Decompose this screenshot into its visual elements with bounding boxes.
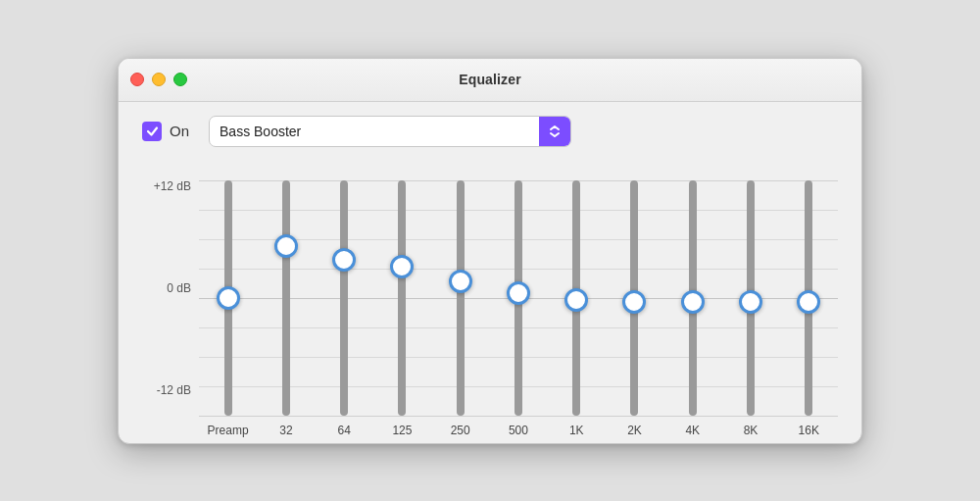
minimize-button[interactable] (152, 73, 166, 86)
slider-col-250: 250 (431, 161, 489, 426)
band-label-250: 250 (451, 424, 470, 437)
top-controls: On Bass Booster (142, 116, 838, 147)
band-label-4K: 4K (685, 424, 700, 437)
sort-arrows-icon (547, 124, 563, 139)
band-label-1K: 1K (569, 424, 584, 437)
slider-thumb-4K[interactable] (681, 290, 705, 314)
band-label-64: 64 (337, 424, 350, 437)
slider-track-16K[interactable] (805, 180, 812, 416)
slider-col-preamp: Preamp (199, 161, 257, 426)
slider-track-1K[interactable] (572, 180, 580, 416)
slider-thumb-500[interactable] (507, 281, 530, 305)
slider-track-8K[interactable] (747, 180, 755, 416)
slider-col-1K: 1K (548, 161, 606, 426)
eq-section: +12 dB 0 dB -12 dB (142, 161, 838, 426)
db-label-plus12: +12 dB (142, 180, 199, 192)
slider-thumb-preamp[interactable] (217, 286, 240, 310)
slider-thumb-32[interactable] (274, 234, 298, 258)
band-label-16K: 16K (799, 424, 819, 437)
slider-track-32[interactable] (282, 180, 290, 416)
on-checkbox-label[interactable]: On (142, 122, 189, 141)
slider-thumb-8K[interactable] (739, 290, 762, 314)
band-label-preamp: Preamp (208, 424, 249, 437)
band-label-500: 500 (509, 424, 528, 437)
maximize-button[interactable] (173, 73, 187, 86)
slider-col-64: 64 (316, 161, 373, 426)
slider-thumb-125[interactable] (390, 255, 414, 278)
slider-col-16K: 16K (780, 161, 838, 426)
slider-track-2K[interactable] (630, 180, 638, 416)
close-button[interactable] (130, 73, 144, 86)
slider-track-4K[interactable] (689, 180, 697, 416)
slider-thumb-16K[interactable] (797, 290, 820, 314)
slider-thumb-1K[interactable] (564, 288, 588, 312)
sliders-area: Preamp32641252505001K2K4K8K16K (199, 161, 838, 426)
db-labels-column: +12 dB 0 dB -12 dB (142, 161, 199, 426)
slider-thumb-64[interactable] (332, 248, 356, 272)
slider-col-125: 125 (373, 161, 431, 426)
slider-track-500[interactable] (514, 180, 522, 416)
on-label: On (170, 123, 189, 139)
slider-col-2K: 2K (606, 161, 663, 426)
slider-track-64[interactable] (340, 180, 348, 416)
window-title: Equalizer (459, 72, 521, 87)
preset-select-wrapper: Bass Booster (209, 116, 571, 147)
band-label-8K: 8K (744, 424, 759, 437)
band-label-125: 125 (392, 424, 412, 437)
titlebar: Equalizer (119, 59, 861, 102)
db-label-minus12: -12 dB (142, 384, 199, 396)
checkmark-icon (146, 125, 159, 137)
preset-select-arrow[interactable] (539, 117, 570, 146)
slider-col-500: 500 (489, 161, 547, 426)
band-label-2K: 2K (627, 424, 642, 437)
traffic-lights (130, 73, 187, 86)
db-label-zero: 0 dB (142, 282, 199, 294)
slider-track-125[interactable] (398, 180, 406, 416)
slider-thumb-250[interactable] (449, 270, 472, 293)
sliders-row: Preamp32641252505001K2K4K8K16K (199, 161, 838, 426)
preset-select-text: Bass Booster (210, 124, 539, 139)
slider-col-4K: 4K (663, 161, 721, 426)
equalizer-window: Equalizer On Bass Booster (118, 58, 862, 444)
slider-track-preamp[interactable] (224, 180, 232, 416)
on-checkbox[interactable] (142, 122, 162, 141)
slider-track-250[interactable] (457, 180, 465, 416)
slider-thumb-2K[interactable] (622, 290, 646, 314)
band-label-32: 32 (279, 424, 292, 437)
content-area: On Bass Booster +12 dB 0 dB (119, 102, 861, 443)
slider-col-8K: 8K (721, 161, 779, 426)
slider-col-32: 32 (257, 161, 315, 426)
